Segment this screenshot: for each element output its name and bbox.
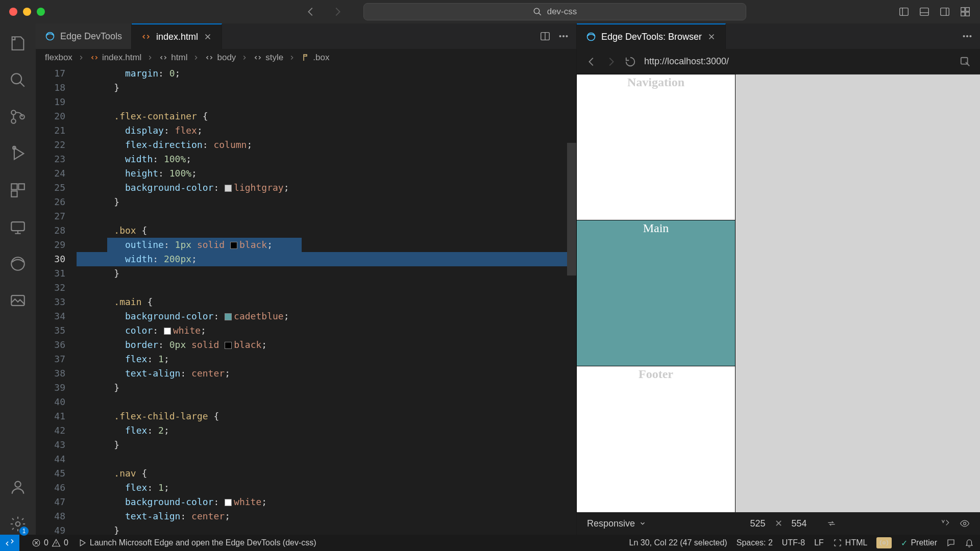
panel-left-icon[interactable] (898, 6, 910, 17)
svg-point-20 (16, 522, 20, 527)
more-icon[interactable] (558, 31, 569, 42)
edge-devtools-icon[interactable] (0, 253, 36, 274)
close-icon[interactable] (707, 32, 716, 41)
chevron-down-icon (639, 520, 646, 527)
svg-point-10 (11, 119, 16, 123)
problems-button[interactable]: 0 0 (32, 538, 68, 547)
image-activity-icon[interactable] (0, 290, 36, 311)
split-editor-icon[interactable] (540, 31, 551, 42)
search-text: dev-css (547, 7, 577, 17)
svg-rect-4 (961, 8, 965, 11)
tab-edge-devtools[interactable]: Edge DevTools (36, 23, 132, 49)
screenshot-icon[interactable] (940, 518, 950, 529)
panel-bottom-icon[interactable] (919, 6, 930, 17)
chevron-right-icon (146, 54, 154, 61)
edge-icon (586, 32, 596, 42)
crumb-box: .box (301, 53, 329, 63)
svg-rect-5 (966, 8, 969, 11)
nav-back-icon[interactable] (305, 6, 316, 17)
browser-forward-icon[interactable] (605, 56, 617, 67)
browser-preview[interactable]: Navigation Main Footer (577, 74, 980, 512)
tab-edge-browser[interactable]: Edge DevTools: Browser (577, 23, 726, 49)
indent-setting[interactable]: Spaces: 2 (737, 538, 773, 547)
explorer-icon[interactable] (0, 33, 36, 54)
browser-back-icon[interactable] (586, 56, 597, 67)
inspect-icon[interactable] (960, 56, 971, 67)
rotate-icon[interactable] (826, 518, 837, 529)
maximize-window[interactable] (37, 8, 45, 16)
scm-icon[interactable] (0, 106, 36, 128)
search-activity-icon[interactable] (0, 69, 36, 91)
svg-point-29 (970, 36, 971, 37)
check-icon: ✓ (901, 538, 908, 548)
bell-icon[interactable] (965, 538, 974, 547)
close-window[interactable] (9, 8, 17, 16)
chevron-right-icon (78, 54, 85, 61)
viewport-width[interactable]: 525 (750, 518, 765, 529)
tab-label: Edge DevTools (60, 31, 122, 42)
editor-pane-left: Edge DevTools index.html flexbox (36, 23, 577, 535)
preview-main: Main (577, 220, 735, 366)
svg-point-19 (15, 482, 20, 487)
settings-badge: 1 (19, 527, 29, 536)
editor-pane-right: Edge DevTools: Browser http://localhost:… (577, 23, 980, 535)
close-icon[interactable] (203, 32, 212, 41)
svg-point-0 (534, 8, 540, 14)
line-gutter: 1718192021222324252627282930313233343536… (36, 66, 77, 535)
svg-rect-13 (11, 184, 17, 189)
launch-task[interactable]: Launch Microsoft Edge and open the Edge … (78, 538, 316, 547)
minimap[interactable] (567, 66, 576, 535)
breadcrumbs[interactable]: flexbox index.html html body style .box (36, 49, 576, 66)
encoding[interactable]: UTF-8 (782, 538, 805, 547)
svg-point-25 (566, 36, 568, 37)
extensions-icon[interactable] (0, 180, 36, 201)
dimension-separator: ✕ (775, 518, 782, 529)
settings-icon[interactable]: 1 (0, 513, 36, 535)
crumb-file: index.html (90, 53, 141, 63)
code-editor[interactable]: 1718192021222324252627282930313233343536… (36, 66, 576, 535)
svg-rect-1 (900, 8, 909, 16)
url-field[interactable]: http://localhost:3000/ (644, 56, 951, 67)
viewport-height[interactable]: 554 (792, 518, 807, 529)
minimize-window[interactable] (23, 8, 31, 16)
crumb-html: html (159, 53, 187, 63)
command-center[interactable]: dev-css (363, 3, 746, 20)
cursor-position[interactable]: Ln 30, Col 22 (47 selected) (629, 538, 727, 547)
debug-icon[interactable] (0, 143, 36, 164)
eol[interactable]: LF (814, 538, 824, 547)
responsive-mode[interactable]: Responsive (587, 518, 646, 529)
status-bar: 0 0 Launch Microsoft Edge and open the E… (0, 535, 980, 551)
svg-point-33 (883, 542, 886, 544)
svg-point-27 (963, 36, 965, 37)
svg-rect-16 (11, 222, 24, 231)
more-icon[interactable] (962, 31, 973, 42)
feedback-icon[interactable] (946, 538, 955, 547)
go-live[interactable] (876, 537, 892, 548)
crumb-folder: flexbox (45, 53, 72, 63)
prettier-status[interactable]: ✓ Prettier (901, 538, 937, 548)
browser-toolbar: http://localhost:3000/ (577, 49, 980, 74)
html-file-icon (141, 32, 151, 42)
language-mode[interactable]: HTML (833, 538, 868, 547)
remote-button[interactable] (0, 535, 19, 551)
remote-icon[interactable] (0, 216, 36, 238)
reload-icon[interactable] (625, 56, 636, 67)
nav-forward-icon[interactable] (332, 6, 343, 17)
emulate-vision-icon[interactable] (960, 518, 970, 529)
code-content[interactable]: margin: 0; } .flex-container { display: … (77, 66, 567, 535)
debug-start-icon (78, 538, 87, 547)
svg-point-31 (964, 522, 966, 525)
panel-right-icon[interactable] (939, 6, 950, 17)
tabs-right: Edge DevTools: Browser (577, 23, 980, 49)
tab-index-html[interactable]: index.html (132, 23, 222, 49)
tab-label: Edge DevTools: Browser (601, 32, 702, 42)
tabs-left: Edge DevTools index.html (36, 23, 576, 49)
accounts-icon[interactable] (0, 477, 36, 498)
activity-bar: 1 (0, 23, 36, 535)
chevron-right-icon (241, 54, 248, 61)
title-bar: dev-css (0, 0, 980, 23)
warning-icon (52, 538, 61, 547)
chevron-right-icon (192, 54, 200, 61)
layout-icon[interactable] (960, 6, 971, 17)
svg-rect-7 (966, 12, 969, 16)
